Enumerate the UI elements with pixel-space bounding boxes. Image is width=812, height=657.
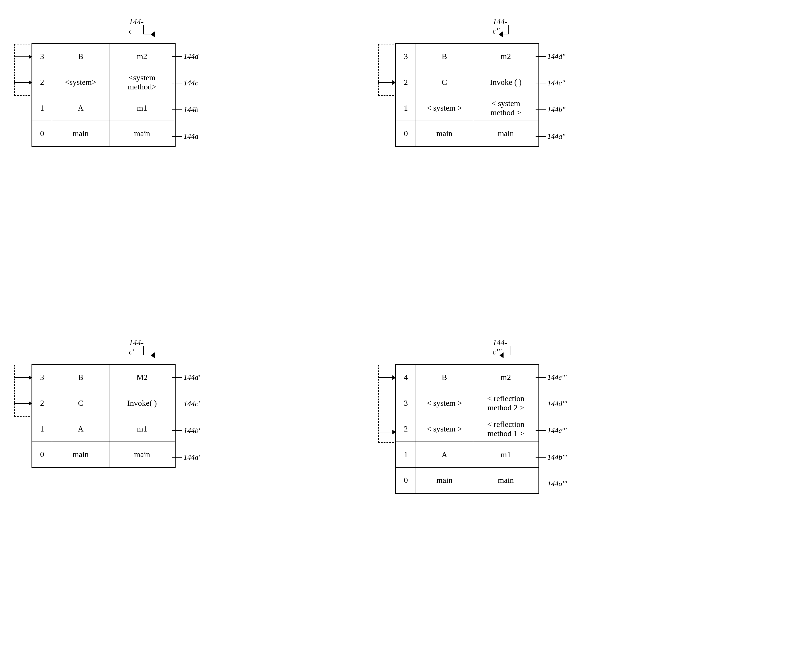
cell-class: B (52, 44, 109, 69)
row-label-br-1: 144b''' (536, 444, 567, 470)
label-arrowhead-br (499, 352, 504, 358)
row-label-bl-0: 144a' (172, 444, 200, 470)
label-arrowhead-bl (151, 352, 155, 358)
cell-class: C (416, 69, 473, 95)
cell-class: main (52, 442, 109, 468)
cell-num: 2 (396, 69, 416, 95)
cell-class: A (416, 442, 473, 468)
cell-num: 0 (32, 121, 52, 147)
cell-num: 3 (396, 390, 416, 416)
diagram-area: 144-c 3 B m2 (0, 0, 812, 657)
cell-method: Invoke( ) (109, 390, 175, 416)
table-br: 4 B m2 3 < system > < reflectionmethod 2… (395, 364, 539, 494)
cell-method: < reflectionmethod 1 > (473, 416, 539, 442)
row-label-br-0: 144a''' (536, 470, 567, 497)
arrow-tl-row2 (14, 80, 32, 85)
table-row: 0 main main (396, 468, 539, 494)
cell-method: < systemmethod > (473, 95, 539, 121)
table-row: 4 B m2 (396, 364, 539, 390)
right-labels-bl: 144d' 144c' 144b' 144a' (172, 364, 200, 470)
table-row: 2 < system > < reflectionmethod 1 > (396, 416, 539, 442)
cell-method: m2 (473, 364, 539, 390)
cell-num: 0 (396, 468, 416, 494)
diagram-label-top-left: 144-c (129, 17, 143, 36)
right-labels-tl: 144d 144c 144b 144a (172, 43, 199, 149)
cell-method: m2 (109, 44, 175, 69)
table-row: 0 main main (396, 121, 539, 147)
cell-num: 2 (32, 69, 52, 95)
right-labels-tr: 144d" 144c" 144b" 144a" (536, 43, 565, 149)
cell-method: main (109, 121, 175, 147)
row-label-bl-2: 144c' (172, 391, 200, 417)
cell-class: < system > (416, 416, 473, 442)
cell-method: m1 (109, 95, 175, 121)
dashed-bracket-tr (378, 44, 394, 96)
table-row: 3 B m2 (396, 44, 539, 69)
right-labels-br: 144e''' 144d''' 144c''' 144b''' 144a''' (536, 364, 567, 497)
arrow-br-row0 (378, 375, 396, 380)
cell-num: 4 (396, 364, 416, 390)
cell-num: 1 (396, 442, 416, 468)
row-label-br-4: 144e''' (536, 364, 567, 391)
table-row: 3 B M2 (32, 364, 175, 390)
cell-class: B (416, 44, 473, 69)
cell-method: main (473, 468, 539, 494)
table-row: 1 A m1 (32, 416, 175, 442)
table-row: 1 A m1 (32, 95, 175, 121)
table-row: 2 C Invoke ( ) (396, 69, 539, 95)
cell-num: 0 (396, 121, 416, 147)
cell-num: 2 (396, 416, 416, 442)
row-label-bl-1: 144b' (172, 417, 200, 444)
dashed-bracket-bl (14, 365, 30, 417)
label-arrowhead-tr (499, 31, 502, 37)
arrow-bl-row0 (14, 375, 32, 380)
row-label-br-3: 144d''' (536, 391, 567, 417)
label-arrow-tr-v (509, 25, 509, 34)
cell-method: m2 (473, 44, 539, 69)
cell-method: main (109, 442, 175, 468)
cell-num: 1 (32, 95, 52, 121)
cell-class: A (52, 416, 109, 442)
arrow-tl-row0 (14, 54, 32, 59)
row-label-tr-3: 144d" (536, 43, 565, 70)
cell-num: 3 (32, 44, 52, 69)
row-label-br-2: 144c''' (536, 417, 567, 444)
cell-method: m1 (109, 416, 175, 442)
label-arrowhead-top-left (151, 31, 155, 37)
diagram-label-bottom-left: 144-c' (129, 338, 143, 357)
arrow-tr-row2 (378, 80, 396, 85)
row-label-tl-2: 144c (172, 70, 199, 96)
cell-class: < system > (416, 390, 473, 416)
cell-method: <systemmethod> (109, 69, 175, 95)
row-label-bl-3: 144d' (172, 364, 200, 391)
table-bl: 3 B M2 2 C Invoke( ) 1 A m1 (31, 364, 176, 468)
dashed-bracket-tl (14, 44, 30, 96)
cell-num: 2 (32, 390, 52, 416)
table-row: 0 main main (32, 442, 175, 468)
row-label-tl-1: 144b (172, 96, 199, 123)
table-row: 2 <system> <systemmethod> (32, 69, 175, 95)
cell-class: A (52, 95, 109, 121)
table-row: 1 A m1 (396, 442, 539, 468)
table-row: 0 main main (32, 121, 175, 147)
cell-method: < reflectionmethod 2 > (473, 390, 539, 416)
row-label-tr-0: 144a" (536, 123, 565, 149)
arrow-br-row3 (378, 430, 396, 434)
row-label-tr-1: 144b" (536, 96, 565, 123)
table-row: 1 < system > < systemmethod > (396, 95, 539, 121)
table-row: 3 B m2 (32, 44, 175, 69)
label-arrow-br-v (510, 346, 510, 355)
arrow-bl-row2 (14, 401, 32, 406)
cell-class: B (416, 364, 473, 390)
cell-class: main (416, 121, 473, 147)
cell-method: Invoke ( ) (473, 69, 539, 95)
cell-class: main (52, 121, 109, 147)
label-arrow-bl-v (143, 346, 144, 355)
table-tl: 3 B m2 2 <system> <systemmethod> 1 A m1 (31, 43, 176, 147)
cell-num: 3 (32, 364, 52, 390)
cell-class: < system > (416, 95, 473, 121)
cell-class: main (416, 468, 473, 494)
cell-method: m1 (473, 442, 539, 468)
cell-method: main (473, 121, 539, 147)
cell-method: M2 (109, 364, 175, 390)
